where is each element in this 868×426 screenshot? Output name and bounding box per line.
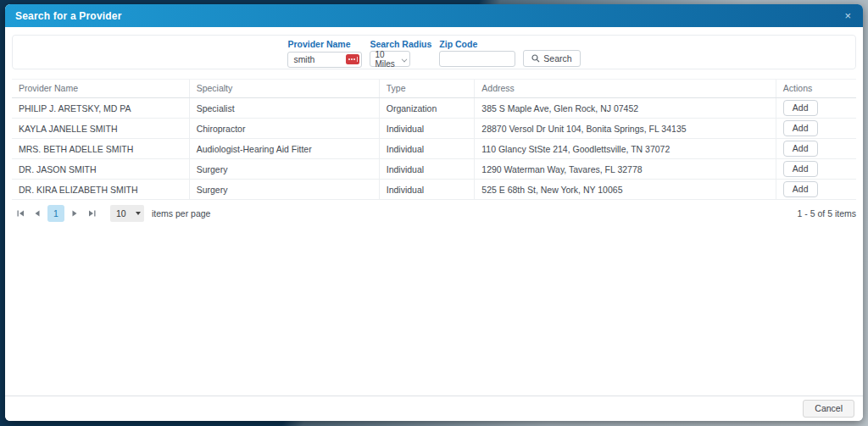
cell-type: Individual xyxy=(379,119,475,139)
search-icon xyxy=(531,54,540,63)
cell-provider-name: DR. JASON SMITH xyxy=(12,159,189,180)
col-header-provider-name[interactable]: Provider Name xyxy=(12,80,189,98)
next-page-icon xyxy=(72,210,77,217)
search-button[interactable]: Search xyxy=(523,50,580,67)
cell-type: Individual xyxy=(379,159,475,180)
cell-type: Individual xyxy=(379,139,475,159)
table-row: DR. JASON SMITH Surgery Individual 1290 … xyxy=(12,159,856,180)
table-row: DR. KIRA ELIZABETH SMITH Surgery Individ… xyxy=(12,180,856,200)
cell-provider-name: DR. KIRA ELIZABETH SMITH xyxy=(12,180,189,200)
close-icon[interactable]: × xyxy=(844,10,851,21)
search-radius-group: Search Radius 10 Miles xyxy=(370,39,431,67)
cell-provider-name: PHILIP J. ARETSKY, MD PA xyxy=(12,98,189,119)
cell-address: 110 Glancy StSte 214, Goodlettsville, TN… xyxy=(475,139,776,159)
modal-title: Search for a Provider xyxy=(15,10,122,22)
cell-address: 525 E 68th St, New York, NY 10065 xyxy=(475,180,776,200)
page-size-value: 10 xyxy=(116,208,126,219)
col-header-address[interactable]: Address xyxy=(475,80,776,98)
cell-type: Organization xyxy=(379,98,475,119)
cell-specialty: Audiologist-Hearing Aid Fitter xyxy=(189,139,379,159)
last-page-icon xyxy=(88,210,96,217)
add-provider-button[interactable]: Add xyxy=(783,181,818,197)
search-button-label: Search xyxy=(543,53,571,64)
cell-address: 1290 Waterman Way, Tavares, FL 32778 xyxy=(475,159,776,180)
cell-address: 385 S Maple Ave, Glen Rock, NJ 07452 xyxy=(475,98,776,119)
table-header-row: Provider Name Specialty Type Address Act… xyxy=(12,80,856,98)
first-page-icon xyxy=(17,210,25,217)
search-radius-select[interactable]: 10 Miles xyxy=(370,51,410,67)
table-row: KAYLA JANELLE SMITH Chiropractor Individ… xyxy=(12,119,856,139)
table-row: PHILIP J. ARETSKY, MD PA Specialist Orga… xyxy=(12,98,856,119)
zip-code-label: Zip Code xyxy=(439,39,515,49)
first-page-button[interactable] xyxy=(12,205,29,222)
autofill-badge-icon[interactable] xyxy=(346,54,359,64)
modal-footer: Cancel xyxy=(5,396,863,421)
provider-results-table: Provider Name Specialty Type Address Act… xyxy=(12,79,856,200)
add-provider-button[interactable]: Add xyxy=(783,141,818,157)
provider-name-label: Provider Name xyxy=(287,39,362,49)
search-radius-value: 10 Miles xyxy=(375,50,402,69)
previous-page-icon xyxy=(35,210,40,217)
last-page-button[interactable] xyxy=(83,205,100,222)
next-page-button[interactable] xyxy=(66,205,83,222)
cell-type: Individual xyxy=(379,180,475,200)
page-size-select[interactable]: 10 xyxy=(110,205,144,222)
modal-titlebar: Search for a Provider × xyxy=(5,4,863,27)
col-header-specialty[interactable]: Specialty xyxy=(189,80,379,98)
page-number-button[interactable]: 1 xyxy=(47,205,64,222)
items-per-page-label: items per page xyxy=(152,208,210,219)
previous-page-button[interactable] xyxy=(29,205,46,222)
cell-specialty: Surgery xyxy=(189,180,379,200)
add-provider-button[interactable]: Add xyxy=(783,100,818,116)
cell-provider-name: KAYLA JANELLE SMITH xyxy=(12,119,189,139)
add-provider-button[interactable]: Add xyxy=(783,161,818,177)
cancel-button[interactable]: Cancel xyxy=(803,400,854,418)
pager-range-label: 1 - 5 of 5 items xyxy=(798,208,856,219)
pager: 1 10 items per page 1 - 5 of 5 items xyxy=(12,205,856,222)
search-provider-modal: Search for a Provider × Provider Name Se… xyxy=(5,4,863,421)
add-provider-button[interactable]: Add xyxy=(783,120,818,136)
zip-code-group: Zip Code xyxy=(439,39,515,67)
cell-specialty: Chiropractor xyxy=(189,119,379,139)
search-radius-label: Search Radius xyxy=(370,39,431,49)
col-header-actions: Actions xyxy=(776,80,856,98)
zip-code-input[interactable] xyxy=(439,51,515,67)
dropdown-arrow-icon xyxy=(136,212,141,215)
provider-name-group: Provider Name xyxy=(287,39,362,68)
modal-body: Provider Name Search Radius 10 Miles Zip… xyxy=(5,27,863,396)
cell-provider-name: MRS. BETH ADELLE SMITH xyxy=(12,139,189,159)
cell-specialty: Surgery xyxy=(189,159,379,180)
cell-address: 28870 Versol Dr Unit 104, Bonita Springs… xyxy=(475,119,776,139)
cell-specialty: Specialist xyxy=(189,98,379,119)
table-row: MRS. BETH ADELLE SMITH Audiologist-Heari… xyxy=(12,139,856,159)
chevron-down-icon xyxy=(402,56,407,62)
search-form-panel: Provider Name Search Radius 10 Miles Zip… xyxy=(12,35,856,69)
col-header-type[interactable]: Type xyxy=(379,80,475,98)
